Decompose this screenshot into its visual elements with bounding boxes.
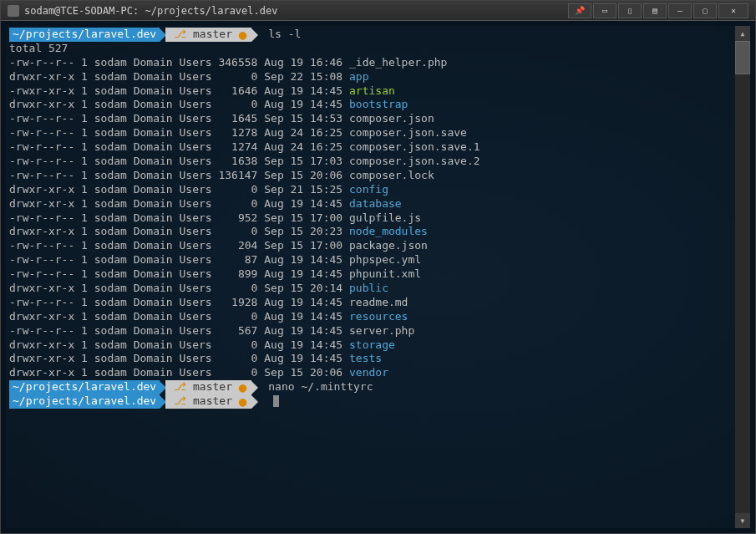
prompt-branch: ⎇ master ●: [165, 380, 251, 394]
ls-entry: -rw-r--r-- 1 sodam Domain Users 899 Aug …: [9, 267, 732, 282]
filename: vendor: [349, 366, 388, 379]
ls-entry: -rw-r--r-- 1 sodam Domain Users 1645 Sep…: [9, 112, 732, 126]
ls-entry: -rw-r--r-- 1 sodam Domain Users 952 Sep …: [9, 211, 732, 226]
prompt-path: ~/projects/laravel.dev: [9, 28, 160, 42]
filename: package.json: [349, 239, 428, 252]
git-branch-icon: ⎇: [174, 380, 186, 393]
filename: tests: [349, 352, 382, 364]
layout-button-2[interactable]: ▯: [618, 3, 642, 18]
titlebar-buttons: 📌 ▭ ▯ ▤ — ▢ ✕: [568, 3, 748, 18]
ls-total: total 527: [9, 42, 732, 56]
ls-entry: drwxr-xr-x 1 sodam Domain Users 0 Aug 19…: [9, 197, 732, 211]
cursor: [273, 395, 279, 407]
ls-entry: -rw-r--r-- 1 sodam Domain Users 1274 Aug…: [9, 140, 732, 155]
ls-entry: -rw-r--r-- 1 sodam Domain Users 567 Aug …: [9, 324, 732, 338]
scrollbar[interactable]: ▲ ▼: [735, 26, 750, 528]
prompt-branch: ⎇ master ●: [165, 28, 251, 42]
command-text: ls -l: [261, 28, 301, 40]
minimize-button[interactable]: —: [668, 3, 692, 18]
terminal-window: sodam@TCE-SODAM-PC: ~/projects/laravel.d…: [0, 0, 756, 534]
ls-entry: -rw-r--r-- 1 sodam Domain Users 346558 A…: [9, 56, 732, 70]
filename: public: [349, 282, 388, 294]
filename: readme.md: [349, 296, 408, 308]
ls-entry: -rw-r--r-- 1 sodam Domain Users 87 Aug 1…: [9, 253, 732, 267]
ls-entry: -rw-r--r-- 1 sodam Domain Users 136147 S…: [9, 169, 732, 183]
prompt-path: ~/projects/laravel.dev: [9, 394, 160, 409]
git-branch-icon: ⎇: [174, 28, 186, 40]
ls-entry: drwxr-xr-x 1 sodam Domain Users 0 Sep 15…: [9, 225, 732, 239]
prompt-line: ~/projects/laravel.dev ⎇ master ● ls -l: [9, 28, 732, 42]
app-icon: [8, 5, 19, 17]
ls-entry: drwxr-xr-x 1 sodam Domain Users 0 Sep 15…: [9, 366, 732, 380]
ls-entry: drwxr-xr-x 1 sodam Domain Users 0 Sep 22…: [9, 70, 732, 84]
filename: node_modules: [349, 225, 428, 237]
ls-entry: drwxr-xr-x 1 sodam Domain Users 0 Aug 19…: [9, 352, 732, 366]
git-branch-icon: ⎇: [174, 394, 186, 407]
filename: storage: [349, 338, 395, 351]
filename: composer.lock: [349, 169, 434, 181]
layout-button-1[interactable]: ▭: [593, 3, 616, 18]
ls-entry: -rw-r--r-- 1 sodam Domain Users 1928 Aug…: [9, 296, 732, 310]
window-titlebar[interactable]: sodam@TCE-SODAM-PC: ~/projects/laravel.d…: [1, 1, 755, 21]
filename: _ide_helper.php: [349, 56, 447, 69]
filename: composer.json.save.1: [349, 140, 480, 153]
maximize-button[interactable]: ▢: [693, 3, 717, 18]
ls-entry: drwxr-xr-x 1 sodam Domain Users 0 Aug 19…: [9, 338, 732, 353]
ls-entry: drwxr-xr-x 1 sodam Domain Users 0 Sep 21…: [9, 183, 732, 197]
filename: composer.json.save: [349, 126, 467, 139]
filename: server.php: [349, 324, 414, 337]
filename: app: [349, 70, 368, 83]
prompt-path: ~/projects/laravel.dev: [9, 380, 160, 394]
filename: phpunit.xml: [349, 267, 421, 280]
filename: phpspec.yml: [349, 253, 421, 266]
ls-entry: -rw-r--r-- 1 sodam Domain Users 1638 Sep…: [9, 155, 732, 169]
window-title: sodam@TCE-SODAM-PC: ~/projects/laravel.d…: [24, 5, 568, 17]
command-text: [261, 394, 268, 407]
terminal-body: ~/projects/laravel.dev ⎇ master ● ls -l …: [1, 21, 755, 533]
filename: database: [349, 197, 402, 210]
filename: gulpfile.js: [349, 211, 421, 224]
filename: resources: [349, 310, 408, 323]
scroll-down-button[interactable]: ▼: [735, 513, 750, 528]
ls-entry: drwxr-xr-x 1 sodam Domain Users 0 Aug 19…: [9, 98, 732, 112]
terminal-output[interactable]: ~/projects/laravel.dev ⎇ master ● ls -l …: [6, 26, 735, 528]
filename: composer.json: [349, 112, 434, 125]
ls-entry: drwxr-xr-x 1 sodam Domain Users 0 Sep 15…: [9, 282, 732, 296]
ls-entry: -rwxr-xr-x 1 sodam Domain Users 1646 Aug…: [9, 84, 732, 99]
prompt-line: ~/projects/laravel.dev ⎇ master ● nano ~…: [9, 380, 732, 394]
ls-entry: -rw-r--r-- 1 sodam Domain Users 1278 Aug…: [9, 126, 732, 140]
close-button[interactable]: ✕: [718, 3, 748, 18]
command-text: nano ~/.minttyrc: [261, 380, 373, 393]
layout-button-3[interactable]: ▤: [643, 3, 667, 18]
filename: artisan: [349, 84, 395, 97]
filename: composer.json.save.2: [349, 155, 480, 167]
prompt-branch: ⎇ master ●: [165, 394, 251, 409]
scroll-up-button[interactable]: ▲: [735, 26, 750, 41]
filename: bootstrap: [349, 98, 408, 110]
ls-entry: drwxr-xr-x 1 sodam Domain Users 0 Aug 19…: [9, 310, 732, 324]
prompt-line: ~/projects/laravel.dev ⎇ master ●: [9, 394, 732, 409]
scroll-thumb[interactable]: [735, 41, 750, 74]
ls-entry: -rw-r--r-- 1 sodam Domain Users 204 Sep …: [9, 239, 732, 253]
filename: config: [349, 183, 388, 196]
pin-button[interactable]: 📌: [568, 3, 591, 18]
